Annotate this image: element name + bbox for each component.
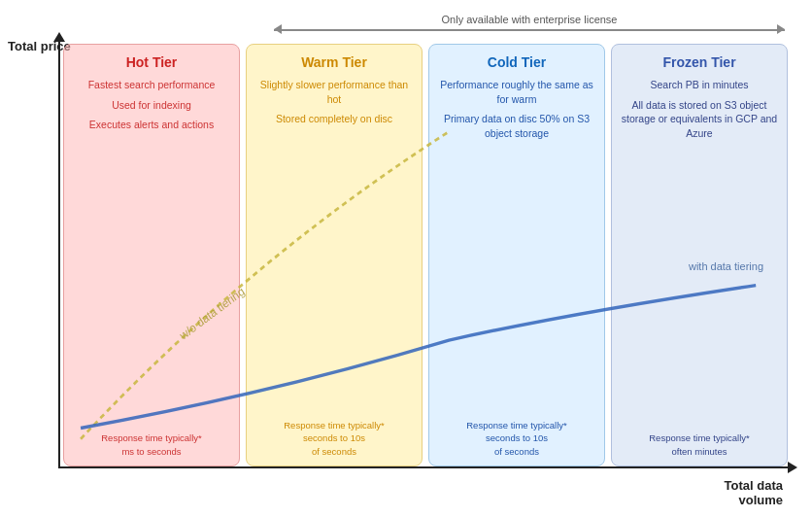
cold-tier-footer: Response time typically*seconds to 10sof… (433, 419, 600, 458)
enterprise-label: Only available with enterprise license (436, 14, 624, 25)
hot-tier-footer: Response time typically*ms to seconds (68, 431, 235, 458)
hot-tier-desc-2: Used for indexing (112, 98, 191, 113)
frozen-tier-footer: Response time typically*often minutes (616, 431, 783, 458)
enterprise-arrow-right (777, 24, 785, 34)
with-tiering-label: with data tiering (689, 260, 763, 272)
warm-tier-desc-1: Slightly slower performance than hot (254, 78, 414, 106)
warm-tier-footer: Response time typically*seconds to 10sof… (251, 419, 418, 458)
cold-tier: Cold Tier Performance roughly the same a… (428, 44, 605, 466)
enterprise-bar: Only available with enterprise license (274, 19, 785, 41)
tiers-area: Hot Tier Fastest search performance Used… (60, 44, 791, 466)
frozen-tier: Frozen Tier Search PB in minutes All dat… (611, 44, 788, 466)
cold-tier-desc-2: Primary data on disc 50% on S3 object st… (437, 112, 596, 140)
cold-tier-title: Cold Tier (488, 54, 546, 70)
cold-tier-desc-1: Performance roughly the same as for warm (437, 78, 596, 106)
frozen-tier-title: Frozen Tier (662, 54, 735, 70)
hot-tier-desc-1: Fastest search performance (88, 78, 216, 92)
frozen-tier-desc-1: Search PB in minutes (651, 78, 749, 92)
hot-tier-title: Hot Tier (126, 54, 178, 70)
warm-tier-title: Warm Tier (301, 54, 367, 70)
x-axis (58, 466, 793, 468)
warm-tier: Warm Tier Slightly slower performance th… (246, 44, 423, 466)
enterprise-line (274, 29, 785, 31)
warm-tier-desc-2: Stored completely on disc (276, 112, 392, 126)
enterprise-arrow-left (274, 24, 282, 34)
y-axis-arrow (53, 32, 65, 42)
hot-tier-desc-3: Executes alerts and actions (89, 118, 214, 132)
chart-container: Total price Total datavolume Only availa… (0, 0, 812, 517)
frozen-tier-desc-2: All data is stored on S3 object storage … (620, 98, 779, 141)
x-axis-label: Total datavolume (725, 478, 783, 507)
hot-tier: Hot Tier Fastest search performance Used… (63, 44, 240, 466)
